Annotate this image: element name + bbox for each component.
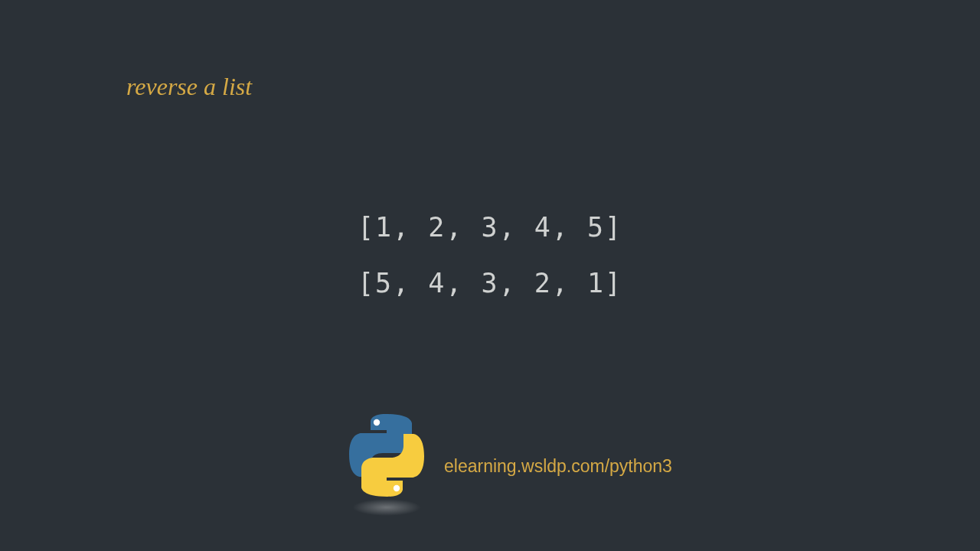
site-url: elearning.wsldp.com/python3: [444, 456, 672, 477]
svg-point-1: [394, 485, 400, 491]
code-line-reversed: [5, 4, 3, 2, 1]: [0, 270, 980, 297]
code-line-original: [1, 2, 3, 4, 5]: [0, 214, 980, 241]
svg-point-0: [374, 419, 380, 425]
slide-footer: elearning.wsldp.com/python3: [345, 413, 672, 513]
slide-title: reverse a list: [126, 73, 252, 101]
python-logo-icon: [345, 413, 429, 513]
logo-shadow: [352, 499, 421, 516]
code-block: [1, 2, 3, 4, 5] [5, 4, 3, 2, 1]: [0, 214, 980, 326]
